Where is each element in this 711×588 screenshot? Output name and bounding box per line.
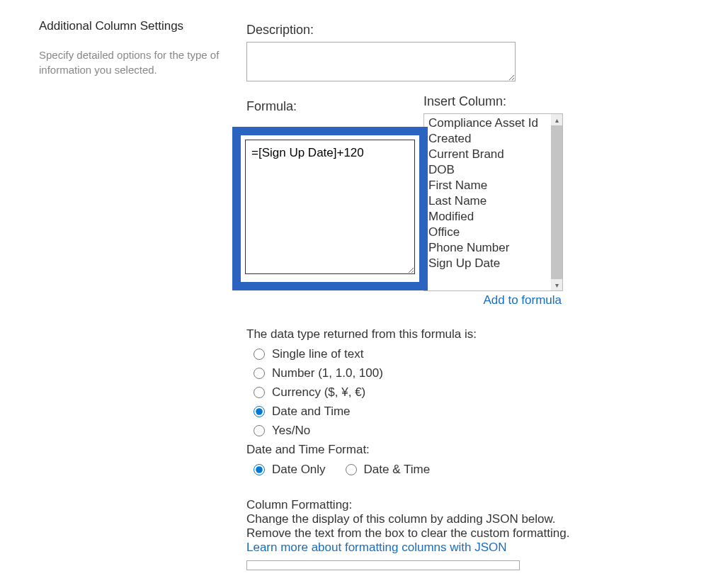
radio-label: Yes/No [272, 424, 310, 438]
radio-currency[interactable] [254, 387, 265, 398]
list-item[interactable]: Created [424, 131, 562, 147]
list-item[interactable]: First Name [424, 178, 562, 193]
scroll-thumb[interactable] [551, 125, 562, 279]
datetime-format-label: Date and Time Format: [246, 443, 671, 457]
radio-label: Date & Time [364, 463, 431, 477]
data-type-label: The data type returned from this formula… [246, 327, 671, 341]
radio-date-and-time[interactable] [346, 464, 357, 475]
json-formatting-input[interactable] [246, 560, 520, 570]
column-formatting-label: Column Formatting: [246, 498, 671, 512]
radio-date-time[interactable] [254, 406, 265, 417]
list-item[interactable]: Office [424, 225, 562, 240]
radio-label: Currency ($, ¥, €) [272, 385, 365, 400]
insert-column-label: Insert Column: [423, 94, 563, 109]
list-item[interactable]: Modified [424, 209, 562, 225]
list-item[interactable]: Phone Number [424, 240, 562, 256]
description-input[interactable] [246, 42, 516, 81]
radio-date-only[interactable] [254, 464, 265, 475]
radio-yes-no[interactable] [254, 425, 265, 436]
column-formatting-text: Change the display of this column by add… [246, 512, 671, 526]
radio-number[interactable] [254, 368, 265, 379]
radio-label: Date and Time [272, 405, 351, 419]
description-label: Description: [246, 23, 671, 38]
scroll-up-icon[interactable]: ▴ [551, 114, 562, 125]
list-item[interactable]: DOB [424, 162, 562, 178]
formula-input[interactable] [245, 140, 415, 274]
list-item[interactable]: Sign Up Date [424, 256, 562, 271]
radio-label: Date Only [272, 463, 326, 477]
add-to-formula-link[interactable]: Add to formula [246, 293, 562, 307]
column-formatting-text: Remove the text from the box to clear th… [246, 526, 671, 541]
list-item[interactable]: Current Brand [424, 147, 562, 162]
section-title: Additional Column Settings [39, 19, 237, 33]
list-item[interactable]: Last Name [424, 193, 562, 209]
insert-column-list[interactable]: Compliance Asset Id Created Current Bran… [423, 113, 563, 291]
scrollbar[interactable]: ▴ ▾ [551, 114, 562, 290]
radio-single-line-text[interactable] [254, 349, 265, 360]
learn-more-json-link[interactable]: Learn more about formatting columns with… [246, 541, 671, 555]
section-description: Specify detailed options for the type of… [39, 47, 237, 77]
list-item[interactable]: Compliance Asset Id [424, 115, 562, 131]
radio-label: Number (1, 1.0, 100) [272, 366, 383, 380]
radio-label: Single line of text [272, 347, 363, 361]
scroll-down-icon[interactable]: ▾ [551, 279, 562, 290]
